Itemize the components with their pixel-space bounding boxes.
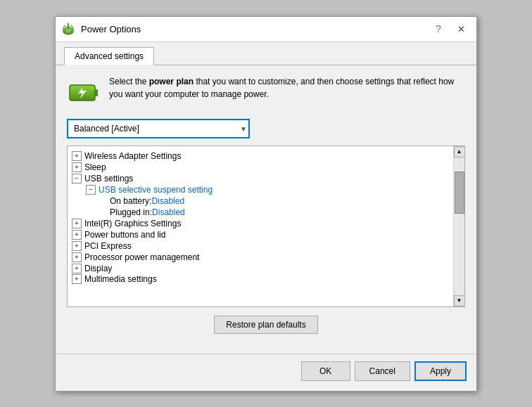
collapse-icon[interactable]: − — [72, 174, 82, 183]
plan-dropdown-wrapper: Balanced [Active] High performance Power… — [67, 119, 250, 138]
scrollbar[interactable]: ▲ ▼ — [453, 146, 464, 306]
expand-icon[interactable]: + — [72, 241, 82, 251]
list-item[interactable]: + PCI Express — [68, 240, 453, 252]
list-item[interactable]: + Processor power management — [68, 252, 453, 263]
cancel-button[interactable]: Cancel — [355, 361, 410, 381]
tab-advanced-settings[interactable]: Advanced settings — [64, 47, 154, 65]
settings-tree: + Wireless Adapter Settings + Sleep − US… — [67, 146, 465, 307]
tree-content: + Wireless Adapter Settings + Sleep − US… — [68, 146, 453, 306]
item-label: Plugged in: — [110, 207, 152, 217]
item-label: Power buttons and lid — [84, 230, 165, 240]
list-item[interactable]: + Multimedia settings — [68, 274, 453, 284]
window-icon — [61, 22, 75, 36]
list-item[interactable]: − USB selective suspend setting — [68, 184, 453, 195]
expand-icon[interactable]: + — [72, 230, 82, 240]
description-area: Select the power plan that you want to c… — [67, 75, 465, 109]
power-plan-icon — [67, 75, 101, 109]
plan-dropdown[interactable]: Balanced [Active] High performance Power… — [67, 119, 250, 138]
ok-button[interactable]: OK — [301, 361, 350, 381]
window-title: Power Options — [81, 24, 429, 34]
scroll-up-button[interactable]: ▲ — [454, 146, 465, 157]
expand-icon[interactable]: + — [72, 162, 82, 172]
apply-button[interactable]: Apply — [414, 361, 467, 381]
list-item: On battery: Disabled — [68, 195, 453, 207]
item-label: Sleep — [84, 162, 106, 172]
restore-plan-defaults-button[interactable]: Restore plan defaults — [214, 316, 317, 334]
scroll-track — [454, 157, 464, 295]
expand-icon[interactable]: + — [72, 219, 82, 228]
footer-buttons: OK Cancel Apply — [56, 354, 476, 391]
close-button[interactable]: ✕ — [451, 21, 471, 37]
title-bar: Power Options ? ✕ — [56, 17, 476, 42]
list-item[interactable]: + Power buttons and lid — [68, 229, 453, 240]
list-item[interactable]: + Wireless Adapter Settings — [68, 150, 453, 162]
list-item[interactable]: + Sleep — [68, 162, 453, 173]
content-area: Select the power plan that you want to c… — [56, 65, 476, 354]
item-label: Wireless Adapter Settings — [84, 151, 181, 161]
list-item: Plugged in: Disabled — [68, 207, 453, 218]
item-label: Multimedia settings — [84, 274, 157, 284]
description-text: Select the power plan that you want to c… — [109, 75, 465, 101]
item-label: On battery: — [110, 196, 151, 206]
on-battery-value[interactable]: Disabled — [151, 196, 184, 206]
expand-icon[interactable]: + — [72, 274, 82, 284]
list-item[interactable]: − USB settings — [68, 173, 453, 184]
power-options-window: Power Options ? ✕ Advanced settings — [55, 16, 477, 392]
scroll-thumb[interactable] — [455, 172, 464, 214]
svg-point-1 — [65, 28, 71, 32]
item-label: Display — [84, 264, 112, 273]
item-label: USB selective suspend setting — [99, 185, 213, 195]
tab-bar: Advanced settings — [56, 42, 476, 65]
expand-icon[interactable]: + — [72, 252, 82, 262]
item-label: USB settings — [84, 174, 133, 183]
svg-rect-3 — [95, 89, 98, 96]
list-item[interactable]: + Display — [68, 263, 453, 274]
expand-icon[interactable]: + — [72, 264, 82, 273]
list-item[interactable]: + Intel(R) Graphics Settings — [68, 218, 453, 229]
help-button[interactable]: ? — [429, 21, 448, 37]
collapse-icon[interactable]: − — [86, 185, 96, 195]
item-label: PCI Express — [84, 241, 132, 251]
expand-icon[interactable]: + — [72, 151, 82, 161]
item-label: Processor power management — [84, 252, 199, 262]
title-controls: ? ✕ — [429, 21, 471, 37]
item-label: Intel(R) Graphics Settings — [84, 219, 181, 228]
scroll-down-button[interactable]: ▼ — [454, 295, 465, 306]
plugged-in-value[interactable]: Disabled — [152, 207, 185, 217]
